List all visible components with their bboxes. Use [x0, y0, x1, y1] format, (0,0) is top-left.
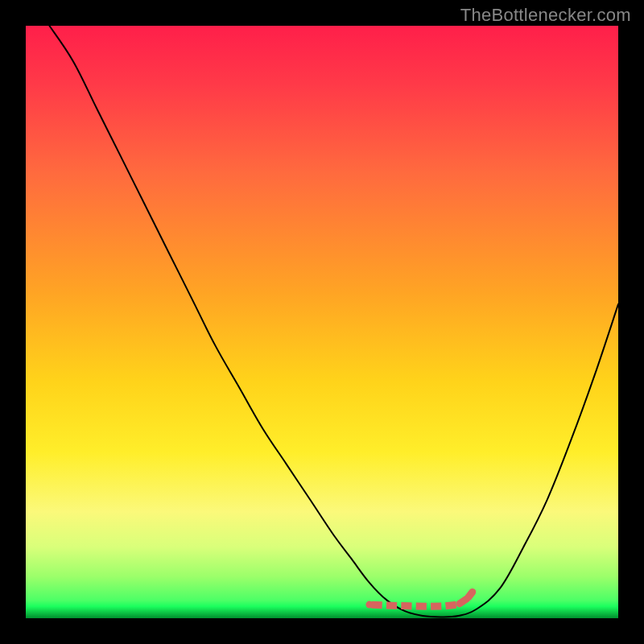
marker-segment [372, 605, 382, 605]
bottleneck-curve [49, 26, 618, 617]
branding-watermark: TheBottlenecker.com [460, 5, 631, 26]
chart-frame: TheBottlenecker.com [0, 0, 644, 644]
marker-segment [446, 605, 456, 605]
plot-area [26, 26, 618, 618]
bottleneck-curve-svg [26, 26, 618, 618]
marker-segment [386, 605, 397, 606]
marker-segment [460, 599, 467, 604]
optimal-region-marker [365, 592, 472, 608]
marker-segment [469, 592, 473, 597]
